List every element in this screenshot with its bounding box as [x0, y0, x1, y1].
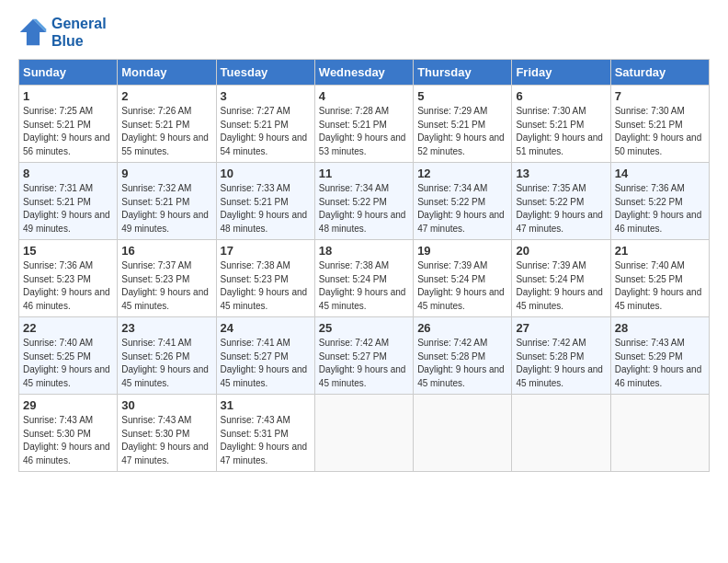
calendar-cell: 11 Sunrise: 7:34 AMSunset: 5:22 PMDaylig…	[314, 163, 413, 240]
column-header-sunday: Sunday	[19, 60, 118, 86]
day-info: Sunrise: 7:40 AMSunset: 5:25 PMDaylight:…	[615, 259, 705, 313]
week-row-5: 29 Sunrise: 7:43 AMSunset: 5:30 PMDaylig…	[19, 395, 710, 472]
day-info: Sunrise: 7:41 AMSunset: 5:26 PMDaylight:…	[121, 337, 211, 390]
day-number: 4	[319, 89, 409, 103]
day-info: Sunrise: 7:42 AMSunset: 5:28 PMDaylight:…	[516, 337, 606, 390]
calendar-cell: 5 Sunrise: 7:29 AMSunset: 5:21 PMDayligh…	[414, 86, 512, 163]
calendar-cell: 16 Sunrise: 7:37 AMSunset: 5:23 PMDaylig…	[118, 240, 216, 317]
day-number: 11	[319, 167, 409, 180]
column-header-monday: Monday	[118, 60, 216, 86]
day-number: 21	[615, 244, 705, 258]
day-info: Sunrise: 7:31 AMSunset: 5:21 PMDaylight:…	[23, 182, 113, 236]
day-info: Sunrise: 7:42 AMSunset: 5:28 PMDaylight:…	[417, 337, 507, 390]
day-info: Sunrise: 7:43 AMSunset: 5:30 PMDaylight:…	[23, 414, 113, 467]
calendar-cell: 28 Sunrise: 7:43 AMSunset: 5:29 PMDaylig…	[610, 317, 709, 395]
calendar-cell: 10 Sunrise: 7:33 AMSunset: 5:21 PMDaylig…	[216, 163, 314, 240]
day-info: Sunrise: 7:37 AMSunset: 5:23 PMDaylight:…	[121, 259, 211, 313]
calendar-cell: 18 Sunrise: 7:38 AMSunset: 5:24 PMDaylig…	[314, 240, 413, 317]
calendar-cell: 1 Sunrise: 7:25 AMSunset: 5:21 PMDayligh…	[19, 86, 118, 163]
calendar-cell: 20 Sunrise: 7:39 AMSunset: 5:24 PMDaylig…	[512, 240, 610, 317]
day-info: Sunrise: 7:39 AMSunset: 5:24 PMDaylight:…	[417, 259, 507, 313]
day-number: 12	[417, 167, 507, 180]
day-info: Sunrise: 7:41 AMSunset: 5:27 PMDaylight:…	[221, 337, 311, 390]
day-number: 17	[221, 244, 311, 258]
calendar-cell: 9 Sunrise: 7:32 AMSunset: 5:21 PMDayligh…	[118, 163, 216, 240]
day-number: 23	[121, 321, 211, 335]
calendar-cell: 4 Sunrise: 7:28 AMSunset: 5:21 PMDayligh…	[314, 86, 413, 163]
week-row-3: 15 Sunrise: 7:36 AMSunset: 5:23 PMDaylig…	[19, 240, 710, 317]
day-number: 29	[23, 398, 113, 412]
day-info: Sunrise: 7:43 AMSunset: 5:30 PMDaylight:…	[121, 414, 211, 467]
week-row-4: 22 Sunrise: 7:40 AMSunset: 5:25 PMDaylig…	[19, 317, 710, 395]
column-header-wednesday: Wednesday	[314, 60, 413, 86]
logo-text: General Blue	[51, 15, 107, 50]
calendar-cell: 30 Sunrise: 7:43 AMSunset: 5:30 PMDaylig…	[118, 395, 216, 472]
day-number: 5	[417, 89, 507, 103]
calendar-cell: 2 Sunrise: 7:26 AMSunset: 5:21 PMDayligh…	[118, 86, 216, 163]
calendar-cell: 12 Sunrise: 7:34 AMSunset: 5:22 PMDaylig…	[414, 163, 512, 240]
day-number: 20	[516, 244, 606, 258]
day-info: Sunrise: 7:32 AMSunset: 5:21 PMDaylight:…	[121, 182, 211, 236]
column-header-thursday: Thursday	[414, 60, 512, 86]
day-info: Sunrise: 7:30 AMSunset: 5:21 PMDaylight:…	[615, 105, 705, 158]
day-info: Sunrise: 7:38 AMSunset: 5:23 PMDaylight:…	[221, 259, 311, 313]
day-number: 26	[417, 321, 507, 335]
day-number: 6	[516, 89, 606, 103]
calendar-cell: 26 Sunrise: 7:42 AMSunset: 5:28 PMDaylig…	[414, 317, 512, 395]
day-info: Sunrise: 7:30 AMSunset: 5:21 PMDaylight:…	[516, 105, 606, 158]
calendar-cell	[414, 395, 512, 472]
calendar-cell: 29 Sunrise: 7:43 AMSunset: 5:30 PMDaylig…	[19, 395, 118, 472]
column-header-friday: Friday	[512, 60, 610, 86]
calendar-cell: 25 Sunrise: 7:42 AMSunset: 5:27 PMDaylig…	[314, 317, 413, 395]
calendar-cell: 21 Sunrise: 7:40 AMSunset: 5:25 PMDaylig…	[610, 240, 709, 317]
calendar-cell: 24 Sunrise: 7:41 AMSunset: 5:27 PMDaylig…	[216, 317, 314, 395]
day-info: Sunrise: 7:28 AMSunset: 5:21 PMDaylight:…	[319, 105, 409, 158]
logo: General Blue	[18, 15, 107, 50]
day-info: Sunrise: 7:34 AMSunset: 5:22 PMDaylight:…	[319, 182, 409, 236]
day-number: 24	[221, 321, 311, 335]
day-number: 7	[615, 89, 705, 103]
week-row-1: 1 Sunrise: 7:25 AMSunset: 5:21 PMDayligh…	[19, 86, 710, 163]
day-info: Sunrise: 7:40 AMSunset: 5:25 PMDaylight:…	[23, 337, 113, 390]
day-info: Sunrise: 7:29 AMSunset: 5:21 PMDaylight:…	[417, 105, 507, 158]
calendar-cell: 7 Sunrise: 7:30 AMSunset: 5:21 PMDayligh…	[610, 86, 709, 163]
calendar-cell: 31 Sunrise: 7:43 AMSunset: 5:31 PMDaylig…	[216, 395, 314, 472]
day-number: 18	[319, 244, 409, 258]
day-number: 15	[23, 244, 113, 258]
calendar-cell: 13 Sunrise: 7:35 AMSunset: 5:22 PMDaylig…	[512, 163, 610, 240]
day-number: 27	[516, 321, 606, 335]
page-header: General Blue	[18, 15, 710, 50]
column-header-tuesday: Tuesday	[216, 60, 314, 86]
calendar-cell: 6 Sunrise: 7:30 AMSunset: 5:21 PMDayligh…	[512, 86, 610, 163]
day-info: Sunrise: 7:43 AMSunset: 5:31 PMDaylight:…	[221, 414, 311, 467]
day-info: Sunrise: 7:26 AMSunset: 5:21 PMDaylight:…	[121, 105, 211, 158]
day-info: Sunrise: 7:42 AMSunset: 5:27 PMDaylight:…	[319, 337, 409, 390]
day-number: 14	[615, 167, 705, 180]
calendar-cell	[610, 395, 709, 472]
calendar-cell: 15 Sunrise: 7:36 AMSunset: 5:23 PMDaylig…	[19, 240, 118, 317]
day-info: Sunrise: 7:34 AMSunset: 5:22 PMDaylight:…	[417, 182, 507, 236]
day-number: 8	[23, 167, 113, 180]
calendar-cell: 14 Sunrise: 7:36 AMSunset: 5:22 PMDaylig…	[610, 163, 709, 240]
day-info: Sunrise: 7:27 AMSunset: 5:21 PMDaylight:…	[221, 105, 311, 158]
svg-marker-0	[20, 19, 46, 45]
day-number: 31	[221, 398, 311, 412]
day-number: 9	[121, 167, 211, 180]
day-info: Sunrise: 7:39 AMSunset: 5:24 PMDaylight:…	[516, 259, 606, 313]
day-info: Sunrise: 7:38 AMSunset: 5:24 PMDaylight:…	[319, 259, 409, 313]
calendar-cell: 23 Sunrise: 7:41 AMSunset: 5:26 PMDaylig…	[118, 317, 216, 395]
day-number: 30	[121, 398, 211, 412]
day-number: 22	[23, 321, 113, 335]
day-number: 3	[221, 89, 311, 103]
day-number: 2	[121, 89, 211, 103]
logo-icon	[18, 17, 48, 47]
header-row: SundayMondayTuesdayWednesdayThursdayFrid…	[19, 60, 710, 86]
calendar-cell: 3 Sunrise: 7:27 AMSunset: 5:21 PMDayligh…	[216, 86, 314, 163]
calendar-cell	[314, 395, 413, 472]
column-header-saturday: Saturday	[610, 60, 709, 86]
day-info: Sunrise: 7:35 AMSunset: 5:22 PMDaylight:…	[516, 182, 606, 236]
calendar-table: SundayMondayTuesdayWednesdayThursdayFrid…	[18, 59, 710, 472]
day-number: 28	[615, 321, 705, 335]
calendar-cell	[512, 395, 610, 472]
day-info: Sunrise: 7:36 AMSunset: 5:22 PMDaylight:…	[615, 182, 705, 236]
